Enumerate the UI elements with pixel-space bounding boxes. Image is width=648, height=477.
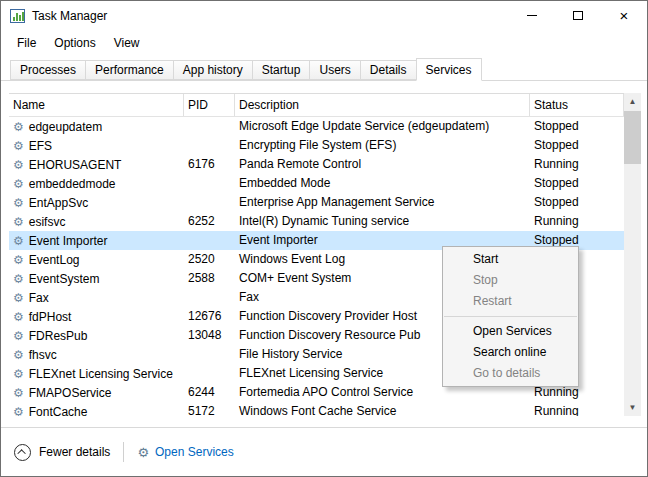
service-pid-cell — [184, 117, 235, 136]
service-name: EHORUSAGENT — [29, 158, 122, 172]
context-menu-item-search-online[interactable]: Search online — [443, 342, 578, 363]
tab-strip: ProcessesPerformanceApp historyStartupUs… — [1, 57, 647, 81]
table-row[interactable]: ⚙EFSEncrypting File System (EFS)Stopped — [9, 136, 624, 155]
footer-bar: Fewer details ⚙ Open Services — [1, 427, 647, 476]
service-description-cell: Panda Remote Control — [235, 155, 530, 174]
service-name: EventSystem — [29, 272, 100, 286]
service-name-cell: ⚙FontCache — [9, 402, 184, 416]
service-name-cell: ⚙edgeupdatem — [9, 117, 184, 136]
service-pid-cell: 2588 — [184, 269, 235, 288]
tab-startup[interactable]: Startup — [252, 60, 311, 80]
scroll-up-icon[interactable]: ▲ — [624, 93, 641, 110]
service-status-cell: Stopped — [530, 117, 624, 136]
service-gear-icon: ⚙ — [13, 291, 24, 305]
table-row[interactable]: ⚙EHORUSAGENT6176Panda Remote ControlRunn… — [9, 155, 624, 174]
service-name: EntAppSvc — [29, 196, 88, 210]
service-status-cell: Running — [530, 212, 624, 231]
vertical-scrollbar[interactable]: ▲ ▼ — [624, 93, 641, 416]
table-row[interactable]: ⚙embeddedmodeEmbedded ModeStopped — [9, 174, 624, 193]
maximize-button[interactable] — [555, 1, 601, 30]
menu-options[interactable]: Options — [45, 32, 104, 54]
service-description-cell: Embedded Mode — [235, 174, 530, 193]
service-description-cell: Encrypting File System (EFS) — [235, 136, 530, 155]
service-description-cell: Intel(R) Dynamic Tuning service — [235, 212, 530, 231]
service-name-cell: ⚙EventSystem — [9, 269, 184, 288]
service-name: esifsvc — [29, 215, 66, 229]
tab-users[interactable]: Users — [309, 60, 360, 80]
service-gear-icon: ⚙ — [13, 310, 24, 324]
service-pid-cell — [184, 345, 235, 364]
fewer-details-button[interactable]: Fewer details — [14, 444, 110, 461]
window-controls: × — [509, 1, 647, 30]
menu-bar: FileOptionsView — [1, 31, 647, 55]
maximize-icon — [573, 11, 583, 20]
fewer-details-label: Fewer details — [39, 445, 110, 459]
window-title: Task Manager — [32, 9, 107, 23]
context-menu-item-start[interactable]: Start — [443, 249, 578, 270]
minimize-button[interactable] — [509, 1, 555, 30]
service-pid-cell: 6176 — [184, 155, 235, 174]
scroll-down-icon[interactable]: ▼ — [624, 399, 641, 416]
service-pid-cell: 2520 — [184, 250, 235, 269]
service-description-cell: Windows Font Cache Service — [235, 402, 530, 416]
service-gear-icon: ⚙ — [13, 120, 24, 134]
context-menu-item-open-services[interactable]: Open Services — [443, 321, 578, 342]
context-menu-separator — [444, 316, 577, 317]
column-header-status[interactable]: Status — [530, 94, 624, 116]
tab-services[interactable]: Services — [416, 58, 482, 81]
context-menu-item-go-to-details: Go to details — [443, 363, 578, 384]
service-name: fhsvc — [29, 348, 57, 362]
service-gear-icon: ⚙ — [13, 329, 24, 343]
table-row[interactable]: ⚙EntAppSvcEnterprise App Management Serv… — [9, 193, 624, 212]
service-gear-icon: ⚙ — [13, 367, 24, 381]
service-pid-cell: 6252 — [184, 212, 235, 231]
service-description-cell: Enterprise App Management Service — [235, 193, 530, 212]
open-services-link[interactable]: ⚙ Open Services — [137, 445, 233, 460]
close-button[interactable]: × — [601, 1, 647, 30]
service-pid-cell — [184, 136, 235, 155]
service-name-cell: ⚙FDResPub — [9, 326, 184, 345]
menu-file[interactable]: File — [8, 32, 45, 54]
column-header-pid[interactable]: PID — [184, 94, 235, 116]
menu-view[interactable]: View — [105, 32, 149, 54]
service-name: EventLog — [29, 253, 80, 267]
close-icon: × — [620, 8, 629, 23]
services-gear-icon: ⚙ — [137, 445, 149, 460]
context-menu: StartStopRestartOpen ServicesSearch onli… — [442, 246, 579, 387]
service-gear-icon: ⚙ — [13, 234, 24, 248]
service-status-cell: Stopped — [530, 174, 624, 193]
table-row[interactable]: ⚙esifsvc6252Intel(R) Dynamic Tuning serv… — [9, 212, 624, 231]
service-name-cell: ⚙fhsvc — [9, 345, 184, 364]
scrollbar-thumb[interactable] — [624, 111, 641, 164]
context-menu-item-restart: Restart — [443, 291, 578, 312]
service-pid-cell: 5172 — [184, 402, 235, 416]
table-row[interactable]: ⚙FontCache5172Windows Font Cache Service… — [9, 402, 624, 416]
service-name: EFS — [29, 139, 52, 153]
tab-app-history[interactable]: App history — [173, 60, 253, 80]
title-bar: Task Manager × — [1, 1, 647, 31]
service-name: edgeupdatem — [29, 120, 102, 134]
open-services-label: Open Services — [155, 445, 234, 459]
column-header-name[interactable]: Name — [9, 94, 184, 116]
service-name-cell: ⚙Event Importer — [9, 231, 184, 250]
service-name-cell: ⚙EHORUSAGENT — [9, 155, 184, 174]
service-name-cell: ⚙fdPHost — [9, 307, 184, 326]
service-gear-icon: ⚙ — [13, 215, 24, 229]
tab-details[interactable]: Details — [360, 60, 417, 80]
service-name-cell: ⚙FLEXnet Licensing Service — [9, 364, 184, 383]
scrollbar-track[interactable] — [624, 110, 641, 399]
service-description-cell: Microsoft Edge Update Service (edgeupdat… — [235, 117, 530, 136]
service-gear-icon: ⚙ — [13, 177, 24, 191]
service-gear-icon: ⚙ — [13, 196, 24, 210]
service-pid-cell: 13048 — [184, 326, 235, 345]
service-name-cell: ⚙EFS — [9, 136, 184, 155]
column-header-description[interactable]: Description — [235, 94, 530, 116]
service-name: FLEXnet Licensing Service — [29, 367, 173, 381]
service-name: Event Importer — [29, 234, 108, 248]
task-manager-app-icon — [10, 9, 25, 23]
service-pid-cell: 6244 — [184, 383, 235, 402]
service-gear-icon: ⚙ — [13, 405, 24, 417]
tab-processes[interactable]: Processes — [10, 60, 86, 80]
table-row[interactable]: ⚙edgeupdatemMicrosoft Edge Update Servic… — [9, 117, 624, 136]
tab-performance[interactable]: Performance — [85, 60, 174, 80]
